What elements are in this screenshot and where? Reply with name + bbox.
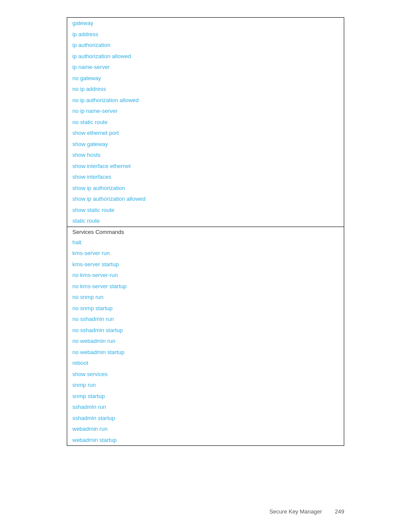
- network-command-item[interactable]: ip address: [67, 29, 344, 40]
- services-command-item[interactable]: no snmp run: [67, 292, 344, 303]
- services-command-item[interactable]: no webadmin startup: [67, 347, 344, 358]
- services-command-item[interactable]: show services: [67, 369, 344, 380]
- services-section: haltkms-server runkms-server startupno k…: [67, 237, 344, 446]
- page-container: gatewayip addressip authorizationip auth…: [0, 0, 411, 532]
- services-command-item[interactable]: webadmin startup: [67, 435, 344, 446]
- services-command-item[interactable]: no sshadmin startup: [67, 325, 344, 336]
- footer-page: 249: [335, 508, 344, 515]
- network-command-item[interactable]: ip authorization allowed: [67, 51, 344, 62]
- services-command-item[interactable]: reboot: [67, 358, 344, 369]
- services-section-header: Services Commands: [67, 227, 344, 237]
- network-command-item[interactable]: ip authorization: [67, 40, 344, 51]
- services-command-item[interactable]: kms-server startup: [67, 259, 344, 270]
- content-area: gatewayip addressip authorizationip auth…: [67, 17, 344, 446]
- services-header-label: Services Commands: [72, 229, 124, 235]
- services-command-item[interactable]: snmp startup: [67, 391, 344, 402]
- network-command-item[interactable]: no ip authorization allowed: [67, 95, 344, 106]
- services-command-item[interactable]: no webadmin run: [67, 336, 344, 347]
- services-command-item[interactable]: no snmp startup: [67, 303, 344, 314]
- network-command-item[interactable]: show ip authorization allowed: [67, 193, 344, 205]
- network-command-item[interactable]: show ip authorization: [67, 183, 344, 194]
- services-command-item[interactable]: sshadmin run: [67, 401, 344, 413]
- network-command-item[interactable]: static route: [67, 215, 344, 227]
- footer-title: Secure Key Manager: [269, 508, 322, 515]
- network-command-item[interactable]: no ip address: [67, 84, 344, 95]
- services-command-item[interactable]: no kms-server startup: [67, 281, 344, 292]
- network-section: gatewayip addressip authorizationip auth…: [67, 18, 344, 227]
- footer: Secure Key Manager 249: [269, 508, 344, 515]
- network-command-item[interactable]: show ethernet port: [67, 128, 344, 139]
- services-command-item[interactable]: no sshadmin run: [67, 314, 344, 325]
- network-command-item[interactable]: gateway: [67, 18, 344, 29]
- network-command-item[interactable]: ip name-server: [67, 62, 344, 73]
- network-command-item[interactable]: show hosts: [67, 149, 344, 161]
- services-command-item[interactable]: no kms-server-run: [67, 270, 344, 281]
- network-command-item[interactable]: no static route: [67, 117, 344, 128]
- network-command-item[interactable]: no gateway: [67, 73, 344, 84]
- network-command-item[interactable]: show interface ethernet: [67, 161, 344, 172]
- network-command-item[interactable]: show static route: [67, 205, 344, 216]
- services-command-item[interactable]: sshadmin startup: [67, 413, 344, 424]
- services-command-item[interactable]: snmp run: [67, 380, 344, 391]
- network-command-item[interactable]: show gateway: [67, 139, 344, 150]
- services-command-item[interactable]: kms-server run: [67, 248, 344, 259]
- network-command-item[interactable]: show interfaces: [67, 171, 344, 183]
- services-command-item[interactable]: halt: [67, 237, 344, 248]
- network-command-item[interactable]: no ip name-server: [67, 106, 344, 117]
- services-command-item[interactable]: webadmin run: [67, 423, 344, 435]
